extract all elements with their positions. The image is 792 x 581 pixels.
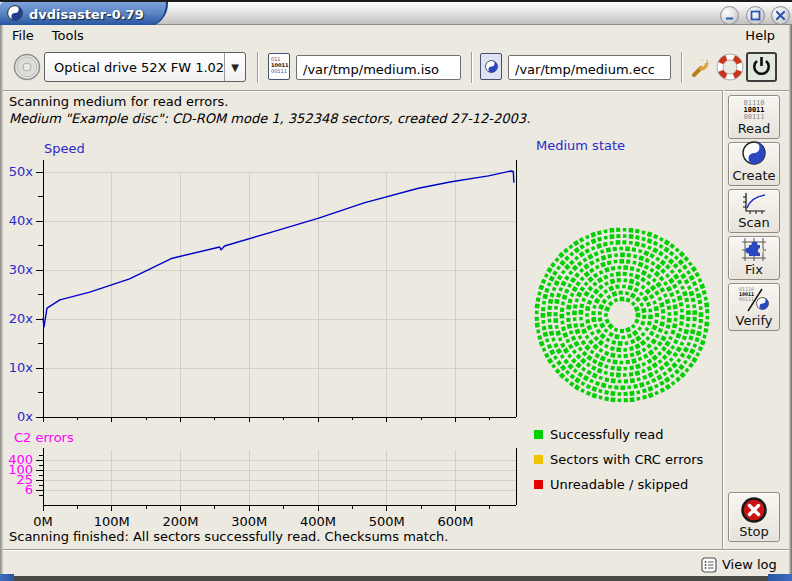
view-log-button[interactable]: View log — [697, 553, 781, 576]
quit-power-icon[interactable] — [746, 52, 777, 82]
status-line2: Medium "Example disc": CD-ROM mode 1, 35… — [9, 110, 530, 127]
app-window: dvdisaster-0.79 File Tools Help Optical … — [0, 0, 792, 581]
scan-button-label: Scan — [738, 215, 770, 230]
iso-image-icon: 011 10011 00111 — [268, 53, 290, 80]
menu-help[interactable]: Help — [731, 26, 789, 45]
legend-label: Sectors with CRC errors — [550, 452, 703, 467]
status-line1: Scanning medium for read errors. — [9, 93, 530, 110]
legend-label: Unreadable / skipped — [550, 477, 688, 492]
log-list-icon — [701, 557, 717, 573]
svg-text:30x: 30x — [9, 262, 34, 277]
window-corner-left — [0, 574, 14, 581]
minimize-icon — [724, 10, 735, 21]
legend-item-success: Successfully read — [534, 427, 663, 442]
menu-file[interactable]: File — [3, 26, 43, 45]
svg-text:600M: 600M — [437, 514, 473, 529]
svg-text:10x: 10x — [9, 360, 34, 375]
status-area: Scanning medium for read errors. Medium … — [9, 93, 530, 127]
chevron-down-icon: ▼ — [224, 53, 245, 81]
medium-state-title: Medium state — [536, 138, 625, 153]
svg-text:0M: 0M — [33, 514, 53, 529]
create-button[interactable]: Create — [728, 142, 780, 186]
toolbar-separator — [681, 52, 683, 83]
legend-swatch-2 — [534, 480, 543, 489]
app-yinyang-icon — [7, 5, 23, 25]
svg-text:500M: 500M — [369, 514, 405, 529]
svg-text:100M: 100M — [94, 514, 130, 529]
close-button[interactable] — [771, 6, 790, 25]
read-button-label: Read — [738, 121, 771, 136]
ecc-path-input[interactable] — [508, 55, 671, 80]
scan-button[interactable]: Scan — [728, 189, 780, 233]
preferences-wrench-icon[interactable] — [688, 54, 714, 84]
footer-divider — [3, 549, 789, 551]
drive-select-value: Optical drive 52X FW 1.02 — [45, 60, 224, 75]
menubar: File Tools Help — [3, 25, 789, 47]
binary-digits-icon: 01110 10011 00111 — [743, 100, 764, 121]
svg-text:400M: 400M — [300, 514, 336, 529]
legend-label: Successfully read — [550, 427, 663, 442]
window-title: dvdisaster-0.79 — [29, 7, 144, 22]
help-lifebuoy-icon[interactable] — [716, 53, 744, 85]
titlebar[interactable]: dvdisaster-0.79 — [0, 0, 792, 25]
stop-button-label: Stop — [739, 524, 769, 539]
minimize-button[interactable] — [720, 6, 739, 25]
drive-select[interactable]: Optical drive 52X FW 1.02 ▼ — [44, 52, 246, 82]
svg-text:40x: 40x — [9, 213, 34, 228]
toolbar-separator — [257, 52, 259, 83]
legend-swatch-1 — [534, 455, 543, 464]
medium-state-disc — [530, 226, 714, 406]
sidebar-divider — [722, 90, 724, 549]
binary-yinyang-icon: 01110 10011 00111 — [739, 287, 769, 313]
svg-text:400: 400 — [8, 452, 33, 467]
view-log-label: View log — [722, 557, 777, 572]
footer-status: Scanning finished: All sectors successfu… — [9, 529, 448, 544]
create-button-label: Create — [732, 168, 775, 183]
red-x-icon — [740, 496, 768, 524]
svg-text:20x: 20x — [9, 311, 34, 326]
svg-text:C2 errors: C2 errors — [14, 430, 74, 445]
window-resize-corner[interactable] — [768, 574, 792, 581]
verify-button[interactable]: 01110 10011 00111 Verify — [728, 283, 780, 331]
iso-path-input[interactable] — [296, 55, 461, 80]
legend-item-unreadable: Unreadable / skipped — [534, 477, 688, 492]
read-button[interactable]: 01110 10011 00111 Read — [728, 95, 780, 139]
svg-text:200M: 200M — [162, 514, 198, 529]
titlebar-tab: dvdisaster-0.79 — [0, 2, 168, 27]
maximize-button[interactable] — [746, 6, 765, 25]
yin-yang-icon — [742, 141, 766, 168]
legend-swatch-0 — [534, 430, 543, 439]
svg-text:Speed: Speed — [44, 141, 85, 156]
maximize-icon — [750, 10, 761, 21]
svg-text:50x: 50x — [9, 164, 34, 179]
legend-item-crc: Sectors with CRC errors — [534, 452, 703, 467]
puzzle-piece-icon — [741, 237, 767, 262]
window-border-left — [0, 25, 3, 581]
ecc-file-icon — [480, 53, 502, 80]
menu-tools[interactable]: Tools — [43, 26, 93, 45]
svg-text:0x: 0x — [17, 409, 33, 424]
svg-text:300M: 300M — [231, 514, 267, 529]
chart-curve-icon — [741, 191, 767, 215]
toolbar: Optical drive 52X FW 1.02 ▼ 011 10011 00… — [3, 46, 789, 91]
close-icon — [775, 10, 786, 21]
stop-button[interactable]: Stop — [728, 492, 780, 542]
fix-button-label: Fix — [745, 262, 763, 277]
verify-button-label: Verify — [736, 313, 773, 328]
speed-c2-chart: SpeedC2 errors0x10x20x30x40x50x625100400… — [0, 130, 530, 532]
optical-drive-icon[interactable] — [12, 52, 42, 86]
fix-button[interactable]: Fix — [728, 236, 780, 280]
window-border-bottom — [0, 576, 792, 581]
toolbar-separator — [471, 52, 473, 83]
